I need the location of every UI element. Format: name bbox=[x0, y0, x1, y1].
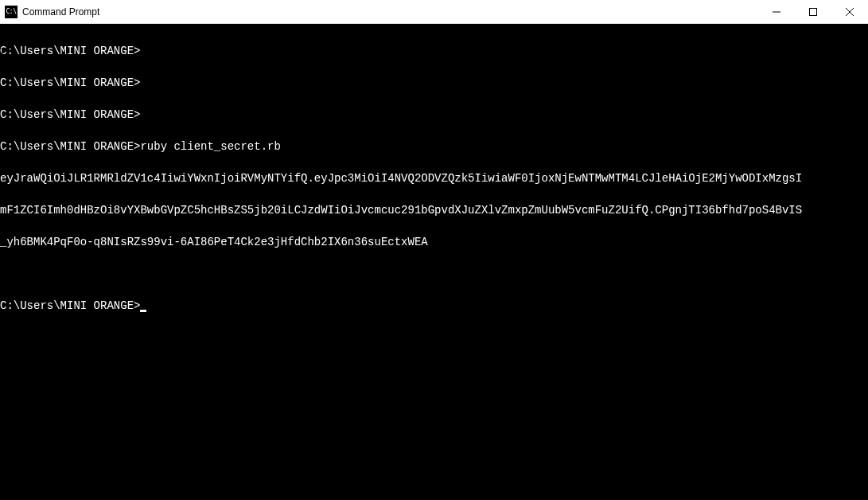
prompt-line: C:\Users\MINI ORANGE> bbox=[0, 75, 868, 91]
blank-line bbox=[0, 266, 868, 282]
output-line: _yh6BMK4PqF0o-q8NIsRZs99vi-6AI86PeT4Ck2e… bbox=[0, 234, 868, 250]
maximize-icon bbox=[809, 8, 817, 16]
minimize-icon bbox=[773, 8, 780, 16]
prompt-line: C:\Users\MINI ORANGE> bbox=[0, 43, 868, 59]
prompt-line-active: C:\Users\MINI ORANGE> bbox=[0, 298, 868, 314]
command-line: C:\Users\MINI ORANGE>ruby client_secret.… bbox=[0, 139, 868, 154]
close-button[interactable] bbox=[831, 0, 868, 24]
maximize-button[interactable] bbox=[795, 0, 831, 24]
close-icon bbox=[846, 8, 854, 16]
cmd-icon: C:\ bbox=[5, 6, 18, 18]
prompt-line: C:\Users\MINI ORANGE> bbox=[0, 107, 868, 123]
minimize-button[interactable] bbox=[758, 0, 795, 24]
cursor bbox=[140, 310, 146, 312]
output-line: mF1ZCI6Imh0dHBzOi8vYXBwbGVpZC5hcHBsZS5jb… bbox=[0, 202, 868, 218]
titlebar[interactable]: C:\ Command Prompt bbox=[0, 0, 868, 24]
output-line: eyJraWQiOiJLR1RMRldZV1c4IiwiYWxnIjoiRVMy… bbox=[0, 170, 868, 186]
window-controls bbox=[758, 0, 868, 24]
window-title: Command Prompt bbox=[22, 6, 99, 18]
command-prompt-window: C:\ Command Prompt C:\Users\MINI ORANGE>… bbox=[0, 0, 868, 500]
terminal-area[interactable]: C:\Users\MINI ORANGE> C:\Users\MINI ORAN… bbox=[0, 24, 868, 500]
svg-rect-1 bbox=[810, 9, 817, 16]
